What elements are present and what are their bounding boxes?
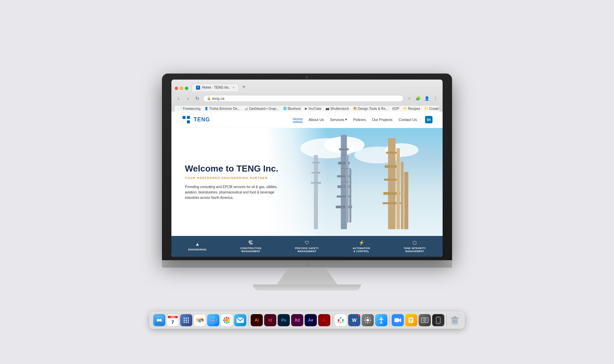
service-automation[interactable]: ⚡ AUTOMATION& CONTROL bbox=[353, 240, 370, 253]
svg-rect-1 bbox=[187, 116, 190, 119]
svg-point-50 bbox=[199, 319, 201, 321]
service-process-safety-label: PROCESS SAFETYMANAGEMENT bbox=[295, 247, 319, 253]
dock-app-launchpad[interactable] bbox=[180, 314, 192, 326]
bookmark-freelancing[interactable]: 📄 Freelancing bbox=[178, 107, 200, 111]
bookmark-label: YouTube bbox=[308, 107, 322, 111]
active-tab[interactable]: T Home - TENG Inc. × bbox=[192, 84, 239, 91]
new-tab-button[interactable]: + bbox=[240, 82, 248, 91]
service-engineering[interactable]: ▲ ENGINEERING bbox=[188, 241, 207, 251]
svg-rect-68 bbox=[340, 322, 341, 323]
dock-app-after-effects[interactable]: Ae bbox=[305, 314, 317, 326]
tab-favicon: T bbox=[196, 86, 200, 90]
linkedin-icon[interactable]: in bbox=[425, 116, 432, 123]
svg-rect-2 bbox=[187, 120, 190, 123]
dock-app-system-prefs[interactable] bbox=[362, 314, 374, 326]
svg-rect-71 bbox=[342, 321, 344, 323]
bookmark-trisha[interactable]: 👤 Trisha Brimmer De... bbox=[204, 107, 240, 111]
svg-point-63 bbox=[224, 321, 226, 323]
profile-button[interactable]: 👤 bbox=[423, 95, 430, 102]
nav-about[interactable]: About Us bbox=[309, 118, 324, 122]
dock-app-screenshot[interactable] bbox=[419, 314, 431, 326]
bookmark-design-tools[interactable]: 🎨 Design Tools & Re... bbox=[353, 107, 388, 111]
svg-point-46 bbox=[188, 322, 189, 323]
service-tank-integrity[interactable]: ⬡ TANK INTEGRITYMANAGEMENT bbox=[404, 240, 426, 253]
nav-projects[interactable]: Our Projects bbox=[372, 118, 392, 122]
nav-contact[interactable]: Contact Us bbox=[399, 118, 417, 122]
nav-services[interactable]: Services ▾ bbox=[330, 117, 347, 122]
dock-app-slack[interactable] bbox=[335, 314, 347, 326]
bookmark-icon: 🌐 bbox=[283, 107, 287, 110]
svg-point-72 bbox=[366, 319, 369, 322]
dock-app-acrobat[interactable]: A bbox=[318, 314, 330, 326]
dock-app-trash[interactable] bbox=[449, 314, 461, 326]
dock-app-indesign[interactable]: Id bbox=[264, 314, 276, 326]
dock-separator-3 bbox=[389, 315, 390, 325]
tab-close-button[interactable]: × bbox=[232, 86, 234, 89]
imac-mockup: T Home - TENG Inc. × + ‹ › ↻ 🔒 bbox=[162, 73, 452, 291]
dock-app-chrome[interactable] bbox=[194, 314, 206, 326]
dock-app-illustrator[interactable]: Ai bbox=[251, 314, 263, 326]
bookmark-icon: 👤 bbox=[204, 107, 208, 110]
minimize-button[interactable] bbox=[180, 87, 183, 90]
extension-button[interactable]: 🧩 bbox=[414, 95, 422, 102]
dock-app-accessibility[interactable] bbox=[375, 314, 387, 326]
nav-policies[interactable]: Policies bbox=[353, 118, 366, 122]
bookmark-shutterstock[interactable]: 📷 Shutterstock bbox=[326, 107, 349, 111]
bookmark-bluehost[interactable]: 🌐 Bluehost bbox=[283, 107, 301, 111]
bookmark-label: Dashboard • Grap... bbox=[249, 107, 279, 111]
dock-app-safari[interactable] bbox=[207, 314, 219, 326]
hero-content: Welcome to TENG Inc. YOUR PREFERRED ENGI… bbox=[171, 153, 289, 210]
svg-point-40 bbox=[188, 317, 189, 319]
svg-point-43 bbox=[188, 320, 189, 321]
dock-app-zoom[interactable] bbox=[392, 314, 404, 326]
dock-separator-1 bbox=[248, 315, 249, 325]
back-button[interactable]: ‹ bbox=[175, 95, 182, 102]
svg-point-93 bbox=[438, 323, 439, 323]
tab-title: Home - TENG Inc. bbox=[202, 86, 230, 89]
bookmark-recipes[interactable]: 📁 Recipes bbox=[403, 107, 420, 111]
svg-point-44 bbox=[184, 322, 185, 323]
dock-app-preview[interactable] bbox=[405, 314, 417, 326]
service-engineering-label: ENGINEERING bbox=[188, 248, 207, 251]
svg-point-78 bbox=[369, 318, 370, 319]
bookmark-star-button[interactable]: ☆ bbox=[406, 95, 413, 102]
nav-home[interactable]: Home bbox=[293, 117, 303, 122]
bookmark-label: KDP bbox=[392, 107, 399, 111]
svg-point-75 bbox=[364, 320, 366, 321]
maximize-button[interactable] bbox=[185, 87, 188, 90]
dock-app-word[interactable]: W 1 bbox=[348, 314, 360, 326]
service-process-safety[interactable]: 🛡 PROCESS SAFETYMANAGEMENT bbox=[295, 240, 319, 253]
forward-button[interactable]: › bbox=[184, 95, 192, 102]
bookmark-icon: 🎨 bbox=[353, 107, 357, 110]
address-bar[interactable]: 🔒 teng.ca bbox=[203, 95, 403, 102]
bookmark-wordpress[interactable]: 📁 Creating WordPre... bbox=[424, 107, 439, 111]
svg-point-36 bbox=[157, 320, 158, 320]
imac-chin:  bbox=[162, 260, 452, 268]
svg-point-74 bbox=[367, 322, 368, 324]
svg-point-56 bbox=[225, 318, 228, 322]
dock-app-mail[interactable] bbox=[234, 314, 246, 326]
dock-app-photoshop[interactable]: Ps bbox=[278, 314, 290, 326]
dock-app-xd[interactable]: Xd bbox=[291, 314, 303, 326]
menu-button[interactable]: ⋮ bbox=[432, 95, 439, 102]
dock-app-photos[interactable] bbox=[221, 314, 233, 326]
close-button[interactable] bbox=[175, 87, 178, 90]
svg-rect-92 bbox=[437, 317, 439, 318]
refresh-button[interactable]: ↻ bbox=[194, 95, 201, 102]
svg-rect-35 bbox=[157, 320, 161, 321]
tank-icon: ⬡ bbox=[413, 240, 417, 245]
svg-point-64 bbox=[228, 321, 229, 323]
bookmark-kdp[interactable]: KDP bbox=[392, 107, 399, 111]
dock-app-iphone[interactable] bbox=[432, 314, 444, 326]
traffic-lights bbox=[175, 87, 188, 91]
bookmark-dashboard[interactable]: 📊 Dashboard • Grap... bbox=[244, 107, 279, 111]
dock-app-calendar[interactable]: JAN 7 bbox=[167, 314, 179, 326]
svg-point-76 bbox=[370, 320, 371, 321]
svg-rect-69 bbox=[342, 319, 344, 321]
website-content: TENG Home About Us Services ▾ Policies O… bbox=[171, 112, 443, 257]
bookmark-youtube[interactable]: ▶ YouTube bbox=[305, 107, 322, 111]
automation-icon: ⚡ bbox=[359, 240, 364, 245]
service-construction[interactable]: 🏗 CONSTRUCTIONMANAGEMENT bbox=[240, 240, 261, 253]
dock-app-finder[interactable] bbox=[153, 314, 165, 326]
svg-point-57 bbox=[226, 317, 228, 318]
